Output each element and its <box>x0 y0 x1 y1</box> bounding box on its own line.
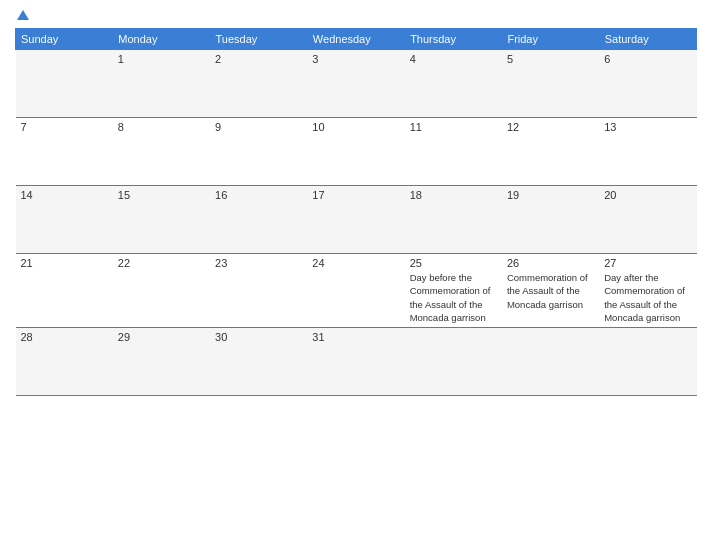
calendar-cell: 30 <box>210 328 307 396</box>
calendar-cell: 21 <box>16 254 113 328</box>
calendar-week-row: 123456 <box>16 50 697 118</box>
event-text: Day after the Commemoration of the Assau… <box>604 272 685 323</box>
calendar-cell: 13 <box>599 118 696 186</box>
weekday-header: Sunday <box>16 29 113 50</box>
calendar-cell: 4 <box>405 50 502 118</box>
calendar-cell: 8 <box>113 118 210 186</box>
calendar-cell: 24 <box>307 254 404 328</box>
day-number: 28 <box>21 331 108 343</box>
weekday-header: Thursday <box>405 29 502 50</box>
day-number: 1 <box>118 53 205 65</box>
calendar-cell: 2 <box>210 50 307 118</box>
calendar-cell: 14 <box>16 186 113 254</box>
day-number: 3 <box>312 53 399 65</box>
day-number: 13 <box>604 121 691 133</box>
day-number: 9 <box>215 121 302 133</box>
weekday-header: Friday <box>502 29 599 50</box>
calendar-cell: 20 <box>599 186 696 254</box>
calendar-cell: 25Day before the Commemoration of the As… <box>405 254 502 328</box>
calendar-cell: 1 <box>113 50 210 118</box>
day-number: 16 <box>215 189 302 201</box>
day-number: 23 <box>215 257 302 269</box>
calendar-cell: 3 <box>307 50 404 118</box>
calendar-cell: 28 <box>16 328 113 396</box>
calendar-cell: 22 <box>113 254 210 328</box>
day-number: 30 <box>215 331 302 343</box>
day-number: 8 <box>118 121 205 133</box>
day-number: 24 <box>312 257 399 269</box>
day-number: 26 <box>507 257 594 269</box>
logo <box>15 10 29 20</box>
day-number: 31 <box>312 331 399 343</box>
day-number: 4 <box>410 53 497 65</box>
calendar-cell: 19 <box>502 186 599 254</box>
calendar-cell <box>16 50 113 118</box>
logo-triangle-icon <box>17 10 29 20</box>
event-text: Commemoration of the Assault of the Monc… <box>507 272 588 310</box>
calendar-cell <box>599 328 696 396</box>
day-number: 17 <box>312 189 399 201</box>
calendar-cell: 31 <box>307 328 404 396</box>
calendar-cell <box>405 328 502 396</box>
calendar-cell: 12 <box>502 118 599 186</box>
calendar-cell: 7 <box>16 118 113 186</box>
day-number: 7 <box>21 121 108 133</box>
day-number: 27 <box>604 257 691 269</box>
day-number: 14 <box>21 189 108 201</box>
day-number: 11 <box>410 121 497 133</box>
calendar-cell: 17 <box>307 186 404 254</box>
day-number: 10 <box>312 121 399 133</box>
calendar-cell: 10 <box>307 118 404 186</box>
weekday-header: Saturday <box>599 29 696 50</box>
calendar-cell <box>502 328 599 396</box>
calendar-cell: 9 <box>210 118 307 186</box>
day-number: 25 <box>410 257 497 269</box>
calendar-cell: 18 <box>405 186 502 254</box>
calendar-week-row: 2122232425Day before the Commemoration o… <box>16 254 697 328</box>
day-number: 22 <box>118 257 205 269</box>
day-number: 12 <box>507 121 594 133</box>
day-number: 15 <box>118 189 205 201</box>
day-number: 20 <box>604 189 691 201</box>
calendar-cell: 16 <box>210 186 307 254</box>
weekday-header: Monday <box>113 29 210 50</box>
calendar-cell: 23 <box>210 254 307 328</box>
day-number: 18 <box>410 189 497 201</box>
calendar-table: SundayMondayTuesdayWednesdayThursdayFrid… <box>15 28 697 396</box>
day-number: 19 <box>507 189 594 201</box>
day-number: 21 <box>21 257 108 269</box>
calendar-cell: 11 <box>405 118 502 186</box>
calendar-cell: 27Day after the Commemoration of the Ass… <box>599 254 696 328</box>
calendar-page: SundayMondayTuesdayWednesdayThursdayFrid… <box>0 0 712 550</box>
day-number: 6 <box>604 53 691 65</box>
day-number: 5 <box>507 53 594 65</box>
calendar-cell: 29 <box>113 328 210 396</box>
weekday-header: Wednesday <box>307 29 404 50</box>
weekday-header-row: SundayMondayTuesdayWednesdayThursdayFrid… <box>16 29 697 50</box>
weekday-header: Tuesday <box>210 29 307 50</box>
calendar-week-row: 28293031 <box>16 328 697 396</box>
calendar-cell: 6 <box>599 50 696 118</box>
calendar-cell: 15 <box>113 186 210 254</box>
calendar-week-row: 78910111213 <box>16 118 697 186</box>
calendar-cell: 26Commemoration of the Assault of the Mo… <box>502 254 599 328</box>
header <box>15 10 697 20</box>
calendar-week-row: 14151617181920 <box>16 186 697 254</box>
day-number: 2 <box>215 53 302 65</box>
day-number: 29 <box>118 331 205 343</box>
calendar-cell: 5 <box>502 50 599 118</box>
event-text: Day before the Commemoration of the Assa… <box>410 272 491 323</box>
